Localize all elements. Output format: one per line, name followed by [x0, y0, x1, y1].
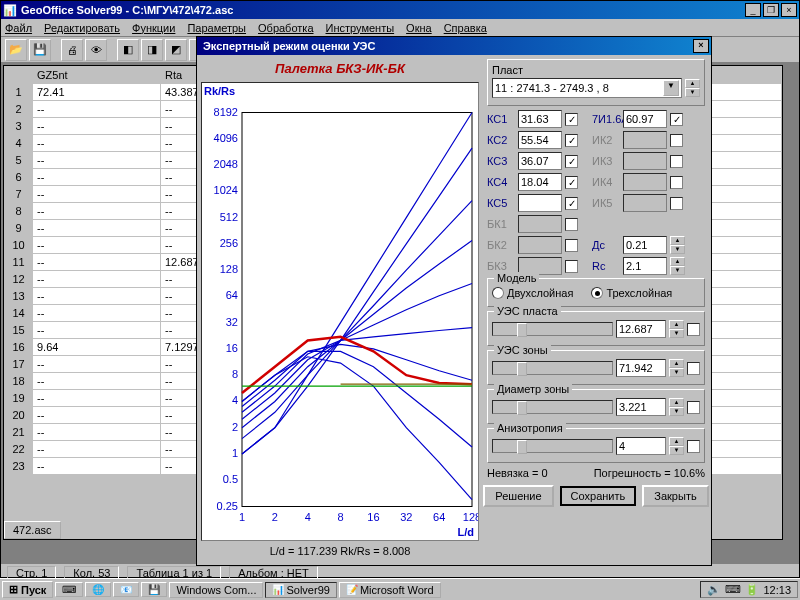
grid-cell[interactable]: -- [33, 356, 161, 373]
task-item[interactable]: 📝 Microsoft Word [339, 582, 441, 598]
grid-cell[interactable]: -- [33, 254, 161, 271]
slider-check[interactable] [687, 362, 700, 375]
grid-cell[interactable]: -- [33, 220, 161, 237]
row-header[interactable]: 4 [5, 135, 33, 152]
grid-cell[interactable]: -- [33, 288, 161, 305]
column-header[interactable]: GZ5nt [33, 67, 161, 84]
slider[interactable] [492, 400, 613, 414]
row-header[interactable]: 1 [5, 84, 33, 101]
kc-check[interactable] [565, 113, 578, 126]
kc-input[interactable] [518, 194, 562, 212]
bk-check[interactable] [565, 218, 578, 231]
kc-check[interactable] [565, 176, 578, 189]
ik-check[interactable] [670, 155, 683, 168]
tray-icon[interactable]: ⌨ [725, 583, 741, 596]
row-header[interactable]: 5 [5, 152, 33, 169]
grid-cell[interactable]: -- [33, 390, 161, 407]
grid-cell[interactable]: -- [33, 169, 161, 186]
row-header[interactable]: 17 [5, 356, 33, 373]
kc-input[interactable] [518, 131, 562, 149]
task-item-active[interactable]: 📊 Solver99 [265, 582, 336, 598]
quicklaunch[interactable]: ⌨ [55, 582, 83, 597]
kc-check[interactable] [565, 155, 578, 168]
tray-icon[interactable]: 🔊 [707, 583, 721, 596]
solve-button[interactable]: Решение [483, 485, 553, 507]
menu-item[interactable]: Окна [406, 22, 432, 34]
row-header[interactable]: 18 [5, 373, 33, 390]
row-header[interactable]: 22 [5, 441, 33, 458]
grid-cell[interactable]: -- [33, 186, 161, 203]
row-header[interactable]: 10 [5, 237, 33, 254]
slider[interactable] [492, 439, 613, 453]
row-header[interactable]: 2 [5, 101, 33, 118]
ik-input[interactable] [623, 110, 667, 128]
row-header[interactable]: 8 [5, 203, 33, 220]
grid-cell[interactable]: -- [33, 424, 161, 441]
ik-input[interactable] [623, 131, 667, 149]
row-header[interactable]: 20 [5, 407, 33, 424]
save-button[interactable]: 💾 [29, 39, 51, 61]
ik-check[interactable] [670, 197, 683, 210]
ik-check[interactable] [670, 113, 683, 126]
minimize-button[interactable]: _ [745, 3, 761, 17]
bk-check[interactable] [565, 260, 578, 273]
row-header[interactable]: 19 [5, 390, 33, 407]
print-button[interactable]: 🖨 [61, 39, 83, 61]
grid-cell[interactable]: -- [33, 271, 161, 288]
slider-check[interactable] [687, 440, 700, 453]
row-header[interactable]: 12 [5, 271, 33, 288]
grid-cell[interactable]: -- [33, 322, 161, 339]
ik-input[interactable] [623, 173, 667, 191]
kc-input[interactable] [518, 152, 562, 170]
quicklaunch[interactable]: 📧 [113, 582, 139, 597]
dc-input[interactable] [623, 236, 667, 254]
slider[interactable] [492, 322, 613, 336]
grid-cell[interactable]: -- [33, 237, 161, 254]
tool-button[interactable]: ◨ [141, 39, 163, 61]
bk-input[interactable] [518, 236, 562, 254]
slider[interactable] [492, 361, 613, 375]
slider-check[interactable] [687, 401, 700, 414]
ik-input[interactable] [623, 152, 667, 170]
menu-item[interactable]: Инструменты [326, 22, 395, 34]
dialog-close-button[interactable]: × [693, 39, 709, 53]
row-header[interactable]: 7 [5, 186, 33, 203]
slider-check[interactable] [687, 323, 700, 336]
grid-cell[interactable]: -- [33, 407, 161, 424]
row-header[interactable]: 16 [5, 339, 33, 356]
slider-spin[interactable]: ▲▼ [669, 437, 684, 455]
row-header[interactable]: 13 [5, 288, 33, 305]
grid-cell[interactable]: -- [33, 458, 161, 475]
row-header[interactable]: 11 [5, 254, 33, 271]
model-2layer-radio[interactable] [492, 287, 504, 299]
menu-item[interactable]: Справка [444, 22, 487, 34]
slider-spin[interactable]: ▲▼ [669, 359, 684, 377]
menu-item[interactable]: Редактировать [44, 22, 120, 34]
dc-spin[interactable]: ▲▼ [670, 236, 685, 254]
kc-check[interactable] [565, 197, 578, 210]
ik-input[interactable] [623, 194, 667, 212]
open-button[interactable]: 📂 [5, 39, 27, 61]
grid-cell[interactable]: -- [33, 152, 161, 169]
close-button[interactable]: Закрыть [642, 485, 708, 507]
ik-check[interactable] [670, 176, 683, 189]
grid-cell[interactable]: -- [33, 203, 161, 220]
slider-input[interactable] [616, 359, 666, 377]
bk-input[interactable] [518, 215, 562, 233]
slider-input[interactable] [616, 437, 666, 455]
menu-item[interactable]: Функции [132, 22, 175, 34]
grid-cell[interactable]: -- [33, 101, 161, 118]
row-header[interactable]: 15 [5, 322, 33, 339]
row-header[interactable]: 3 [5, 118, 33, 135]
system-tray[interactable]: 🔊 ⌨ 🔋 12:13 [700, 581, 798, 598]
kc-input[interactable] [518, 173, 562, 191]
grid-tab[interactable]: 472.asc [4, 521, 61, 539]
grid-cell[interactable]: -- [33, 441, 161, 458]
grid-cell[interactable]: 72.41 [33, 84, 161, 101]
slider-input[interactable] [616, 398, 666, 416]
rc-input[interactable] [623, 257, 667, 275]
slider-spin[interactable]: ▲▼ [669, 320, 684, 338]
grid-cell[interactable]: 9.64 [33, 339, 161, 356]
menu-item[interactable]: Обработка [258, 22, 313, 34]
start-button[interactable]: ⊞Пуск [2, 581, 53, 598]
